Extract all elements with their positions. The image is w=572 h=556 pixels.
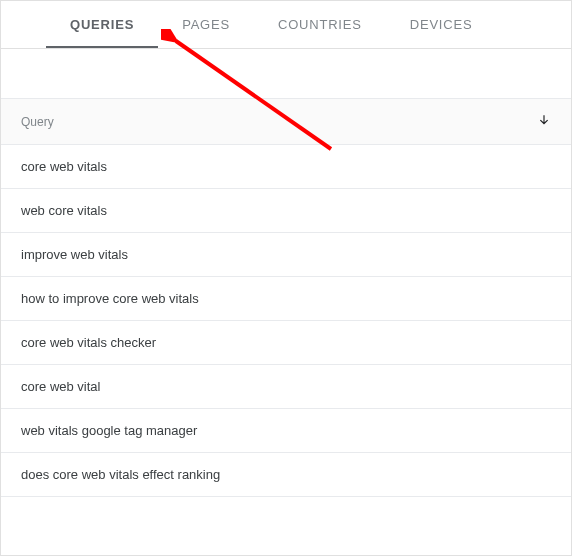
table-row[interactable]: core web vitals [1,145,571,189]
table-row[interactable]: web vitals google tag manager [1,409,571,453]
dimension-tabs: QUERIES PAGES COUNTRIES DEVICES [1,1,571,49]
tab-queries[interactable]: QUERIES [46,1,158,48]
table-row[interactable]: web core vitals [1,189,571,233]
report-panel: QUERIES PAGES COUNTRIES DEVICES Query co… [0,0,572,556]
column-header-query[interactable]: Query [21,115,54,129]
sort-down-icon[interactable] [537,111,551,132]
tab-pages[interactable]: PAGES [158,1,254,48]
tab-countries[interactable]: COUNTRIES [254,1,386,48]
spacer [1,49,571,99]
tab-devices[interactable]: DEVICES [386,1,497,48]
query-list: core web vitals web core vitals improve … [1,145,571,497]
table-row[interactable]: does core web vitals effect ranking [1,453,571,497]
table-row[interactable]: core web vital [1,365,571,409]
table-row[interactable]: improve web vitals [1,233,571,277]
table-header: Query [1,99,571,145]
table-row[interactable]: how to improve core web vitals [1,277,571,321]
table-row[interactable]: core web vitals checker [1,321,571,365]
